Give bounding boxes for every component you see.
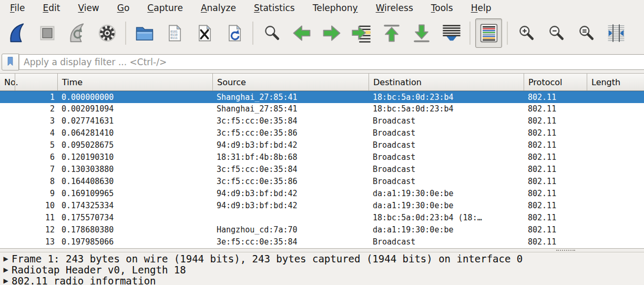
expander-triangle-icon[interactable]: ▶ [0, 276, 12, 285]
zoom-original-button[interactable] [573, 18, 599, 48]
reload-file-button[interactable] [221, 18, 248, 48]
find-packet-button[interactable] [258, 18, 285, 48]
packet-row[interactable]: 50.09502867594:d9:b3:bf:bd:42Broadcast80… [0, 139, 644, 151]
menu-edit[interactable]: Edit [34, 2, 68, 14]
cell-time: 0.130303880 [58, 164, 213, 176]
packet-row[interactable]: 110.17557073418:bc:5a:0d:23:b4 (18:…802.… [0, 212, 644, 224]
column-header-time[interactable]: Time [58, 74, 213, 90]
restart-capture-button[interactable] [64, 18, 90, 48]
menu-file[interactable]: File [2, 2, 33, 14]
menu-help[interactable]: Help [463, 2, 500, 14]
packet-row[interactable]: 100.17432533494:d9:b3:bf:bd:42da:a1:19:3… [0, 200, 644, 212]
toolbar-separator [252, 22, 253, 45]
cell-protocol: 802.11 [524, 200, 587, 212]
column-header-source[interactable]: Source [213, 74, 369, 90]
save-file-button[interactable]: 010101100111 [161, 18, 188, 48]
svg-text:0111: 0111 [170, 36, 178, 39]
menu-analyze[interactable]: Analyze [192, 2, 244, 14]
start-capture-button[interactable] [4, 18, 30, 48]
cell-length [587, 176, 644, 188]
reload-file-icon [225, 24, 244, 43]
colorize-packets-button[interactable] [475, 18, 502, 48]
menu-tools[interactable]: Tools [423, 2, 462, 14]
cell-time: 0.064281410 [58, 127, 213, 139]
cell-source: 3c:f5:cc:0e:35:86 [213, 127, 369, 139]
capture-options-button[interactable] [94, 18, 120, 48]
cell-no: 6 [0, 151, 58, 164]
cell-source: 18:31:bf:4b:8b:68 [213, 151, 369, 164]
go-back-icon [292, 23, 312, 43]
menu-capture[interactable]: Capture [139, 2, 191, 14]
save-file-icon: 010101100111 [165, 24, 184, 43]
column-header-protocol[interactable]: Protocol [524, 74, 587, 90]
detail-tree-item[interactable]: ▶Radiotap Header v0, Length 18 [0, 264, 644, 276]
go-last-packet-button[interactable] [408, 18, 435, 48]
open-file-button[interactable] [131, 18, 158, 48]
cell-source: 3c:f5:cc:0e:35:84 [213, 164, 369, 176]
cell-protocol: 802.11 [524, 91, 587, 103]
cell-no: 3 [0, 115, 58, 127]
detail-tree-item[interactable]: ▶802.11 radio information [0, 276, 644, 285]
packet-detail-pane: ▶Frame 1: 243 bytes on wire (1944 bits),… [0, 252, 644, 285]
column-header-no[interactable]: No. [0, 74, 58, 90]
cell-source: Shanghai_27:85:41 [213, 91, 369, 103]
packet-row[interactable]: 10.000000000Shanghai_27:85:4118:bc:5a:0d… [0, 91, 644, 103]
packet-row[interactable]: 60.12019031018:31:bf:4b:8b:68Broadcast80… [0, 151, 644, 164]
menubar: FileEditViewGoCaptureAnalyzeStatisticsTe… [0, 0, 644, 15]
cell-time: 0.002091094 [58, 103, 213, 115]
zoom-in-button[interactable] [513, 18, 539, 48]
column-header-destination[interactable]: Destination [369, 74, 524, 90]
expander-triangle-icon[interactable]: ▶ [0, 253, 12, 264]
column-header-length[interactable]: Length [587, 74, 644, 90]
cell-destination: Broadcast [369, 115, 524, 127]
cell-no: 1 [0, 91, 58, 103]
packet-row[interactable]: 90.16910996594:d9:b3:bf:bd:42da:a1:19:30… [0, 188, 644, 200]
menu-telephony[interactable]: Telephony [304, 2, 366, 14]
toolbar-separator [469, 22, 471, 45]
packet-row[interactable]: 120.178680380Hangzhou_cd:7a:70da:a1:19:3… [0, 224, 644, 236]
pane-splitter[interactable] [0, 248, 644, 252]
menu-go[interactable]: Go [109, 2, 138, 14]
zoom-out-icon [547, 24, 565, 42]
packet-row[interactable]: 80.1644086303c:f5:cc:0e:35:86Broadcast80… [0, 176, 644, 188]
cell-time: 0.197985066 [58, 236, 213, 248]
packet-row[interactable]: 70.1303038803c:f5:cc:0e:35:84Broadcast80… [0, 164, 644, 176]
cell-time: 0.120190310 [58, 151, 213, 164]
packet-row[interactable]: 40.0642814103c:f5:cc:0e:35:86Broadcast80… [0, 127, 644, 139]
cell-protocol: 802.11 [524, 127, 587, 139]
cell-time: 0.027741631 [58, 115, 213, 127]
menu-view[interactable]: View [69, 2, 107, 14]
stop-capture-button[interactable] [34, 18, 60, 48]
close-file-button[interactable] [191, 18, 218, 48]
filter-bookmark-button[interactable] [2, 54, 19, 70]
menu-wireless[interactable]: Wireless [367, 2, 422, 14]
cell-protocol: 802.11 [524, 151, 587, 164]
auto-scroll-button[interactable] [438, 18, 465, 48]
go-back-button[interactable] [288, 18, 315, 48]
packet-row[interactable]: 130.1979850663e:f5:cc:0e:35:84Broadcast8… [0, 236, 644, 248]
cell-length [587, 139, 644, 151]
cell-source: Hangzhou_cd:7a:70 [213, 224, 369, 236]
zoom-out-button[interactable] [543, 18, 569, 48]
bookmark-icon [5, 56, 16, 69]
packet-row[interactable]: 20.002091094Shanghai_27:85:4118:bc:5a:0d… [0, 103, 644, 115]
filter-bar [0, 51, 644, 73]
expander-triangle-icon[interactable]: ▶ [0, 264, 12, 276]
packet-list: 10.000000000Shanghai_27:85:4118:bc:5a:0d… [0, 91, 644, 248]
detail-tree-item[interactable]: ▶Frame 1: 243 bytes on wire (1944 bits),… [0, 253, 644, 264]
display-filter-input[interactable] [19, 54, 644, 70]
go-first-packet-button[interactable] [378, 18, 405, 48]
cell-source: 3c:f5:cc:0e:35:84 [213, 115, 369, 127]
packet-row[interactable]: 30.0277416313c:f5:cc:0e:35:84Broadcast80… [0, 115, 644, 127]
go-forward-button[interactable] [318, 18, 345, 48]
cell-length [587, 127, 644, 139]
go-to-packet-icon [352, 23, 372, 43]
svg-text:0110: 0110 [170, 33, 178, 36]
cell-length [587, 103, 644, 115]
cell-destination: Broadcast [369, 176, 524, 188]
menu-statistics[interactable]: Statistics [246, 2, 303, 14]
go-to-packet-button[interactable] [348, 18, 375, 48]
cell-no: 9 [0, 188, 58, 200]
resize-columns-button[interactable] [602, 18, 629, 48]
cell-length [587, 115, 644, 127]
